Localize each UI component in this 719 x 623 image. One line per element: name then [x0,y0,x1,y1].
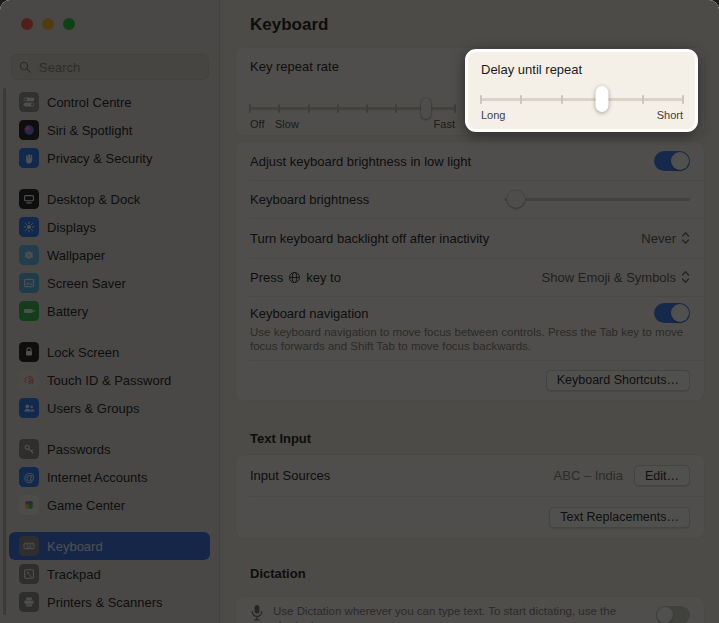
delay-short-label: Short [657,109,683,121]
delay-until-repeat-label: Delay until repeat [481,62,582,77]
delay-until-repeat-slider[interactable] [481,98,683,101]
delay-until-repeat-panel: Delay until repeat Long Short [465,49,698,132]
system-settings-window: Control Centre Siri & Spotlight Privacy … [0,0,719,623]
delay-slider-thumb[interactable] [596,86,609,112]
delay-long-label: Long [481,109,505,121]
